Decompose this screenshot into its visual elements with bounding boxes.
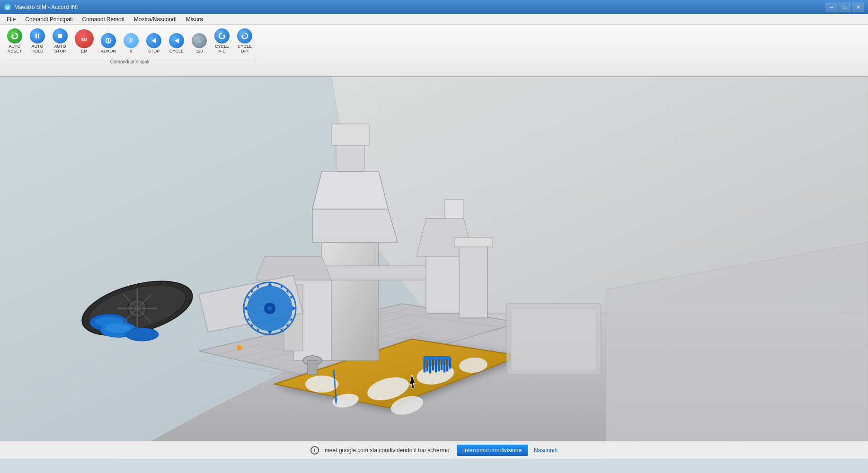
svg-rect-4 xyxy=(38,34,39,38)
stop-label: STOP xyxy=(148,49,159,54)
auto-reset-button[interactable]: AUTORESET xyxy=(4,26,26,56)
svg-rect-128 xyxy=(424,356,450,359)
titlebar-controls: ─ □ ✕ xyxy=(825,2,864,12)
svg-rect-118 xyxy=(424,358,425,372)
auto-stop-icon xyxy=(53,28,68,44)
svg-marker-68 xyxy=(312,209,398,242)
svg-rect-71 xyxy=(331,124,369,145)
em-button[interactable]: EM EM xyxy=(72,27,97,56)
cycle-dh-label: CYCLED-H xyxy=(238,44,252,54)
nascondi-button[interactable]: Nascondi xyxy=(534,447,558,454)
svg-rect-119 xyxy=(426,358,428,371)
menu-comandi-principali[interactable]: Comandi Principali xyxy=(20,14,77,25)
auto-stop-label: AUTOSTOP xyxy=(54,44,66,54)
svg-rect-123 xyxy=(438,358,440,371)
cycle-dh-button[interactable]: CYCLED-H xyxy=(234,26,256,56)
pause-icon: // xyxy=(124,33,139,48)
svg-marker-14 xyxy=(223,35,225,37)
window-title: Maestro SIM - Accord INT xyxy=(14,4,80,10)
ribbon: AUTORESET AUTOHOLD AUTOSTOP EM xyxy=(0,25,868,77)
auto-stop-button[interactable]: AUTOSTOP xyxy=(49,26,71,56)
cycle-icon xyxy=(169,33,184,48)
viewport: i meet.google.com sta condividendo il tu… xyxy=(0,77,868,459)
cycle-ae-icon xyxy=(214,28,230,44)
svg-marker-12 xyxy=(175,38,179,43)
auxon-icon xyxy=(101,33,116,48)
minimize-button[interactable]: ─ xyxy=(825,2,838,12)
cycle-ae-button[interactable]: CYCLEA-E xyxy=(211,26,233,56)
svg-rect-122 xyxy=(435,358,437,372)
svg-marker-10 xyxy=(152,38,155,43)
auto-hold-button[interactable]: AUTOHOLD xyxy=(27,26,48,56)
close-button[interactable]: ✕ xyxy=(852,2,864,12)
menu-comandi-remoti[interactable]: Comandi Remoti xyxy=(77,14,129,25)
cycle-dh-icon xyxy=(237,28,252,44)
stop-button[interactable]: STOP xyxy=(143,31,165,56)
svg-point-61 xyxy=(305,376,338,393)
notification-icon: i xyxy=(310,446,319,455)
120-button[interactable]: → 120 xyxy=(188,31,210,56)
em-label: EM xyxy=(81,49,88,54)
svg-marker-69 xyxy=(312,171,388,209)
svg-rect-134 xyxy=(239,345,242,350)
scene: i meet.google.com sta condividendo il tu… xyxy=(0,77,868,459)
maximize-button[interactable]: □ xyxy=(839,2,851,12)
svg-rect-120 xyxy=(429,358,431,373)
auxon-label: AUXON xyxy=(101,49,116,54)
svg-point-110 xyxy=(105,324,132,333)
120-icon: → xyxy=(192,33,207,48)
cycle-ae-label: CYCLEA-E xyxy=(215,44,229,54)
svg-rect-80 xyxy=(454,237,492,247)
svg-rect-125 xyxy=(443,358,445,372)
notification-bar: i meet.google.com sta condividendo il tu… xyxy=(0,441,868,459)
svg-rect-121 xyxy=(432,358,434,370)
svg-point-103 xyxy=(267,306,272,311)
svg-text:EM: EM xyxy=(81,37,87,42)
svg-text://: // xyxy=(130,37,133,44)
menu-file[interactable]: File xyxy=(2,14,20,25)
em-icon: EM xyxy=(75,29,94,48)
ribbon-buttons: AUTORESET AUTOHOLD AUTOSTOP EM xyxy=(4,26,256,58)
cycle-button[interactable]: CYCLE xyxy=(166,31,187,56)
cycle-label: CYCLE xyxy=(169,49,184,54)
svg-rect-75 xyxy=(308,360,317,375)
app-icon: M xyxy=(4,3,11,11)
notification-text: meet.google.com sta condividendo il tuo … xyxy=(325,447,451,454)
svg-text:M: M xyxy=(6,5,9,10)
120-label: 120 xyxy=(195,49,203,54)
svg-marker-15 xyxy=(242,35,244,37)
interrompi-condivisione-button[interactable]: Interrompi condivisione xyxy=(457,445,528,456)
svg-rect-124 xyxy=(441,358,443,370)
menu-misura[interactable]: Misura xyxy=(181,14,208,25)
svg-rect-127 xyxy=(449,358,451,368)
pause-label: // xyxy=(130,49,132,54)
svg-marker-2 xyxy=(12,34,14,36)
auto-reset-icon xyxy=(7,28,22,44)
titlebar: M Maestro SIM - Accord INT ─ □ ✕ xyxy=(0,0,868,14)
stop-icon xyxy=(146,33,161,48)
svg-rect-11 xyxy=(155,38,156,43)
ribbon-group: AUTORESET AUTOHOLD AUTOSTOP EM xyxy=(4,26,256,65)
svg-rect-126 xyxy=(446,358,448,371)
svg-rect-79 xyxy=(459,242,487,318)
menubar: File Comandi Principali Comandi Remoti M… xyxy=(0,14,868,25)
titlebar-left: M Maestro SIM - Accord INT xyxy=(4,3,80,11)
svg-rect-70 xyxy=(336,143,364,171)
pause-button[interactable]: // // xyxy=(120,31,142,56)
svg-text:→: → xyxy=(197,39,202,44)
svg-rect-3 xyxy=(35,34,37,38)
ribbon-group-label: Comandi principali xyxy=(4,58,256,65)
scene-svg xyxy=(0,77,868,459)
auto-reset-label: AUTORESET xyxy=(8,44,22,54)
auxon-button[interactable]: AUXON xyxy=(97,31,119,56)
svg-rect-132 xyxy=(511,308,596,370)
auto-hold-label: AUTOHOLD xyxy=(31,44,43,54)
auto-hold-icon xyxy=(30,28,45,44)
menu-mostra-nascondi[interactable]: Mostra/Nascondi xyxy=(129,14,181,25)
svg-rect-5 xyxy=(58,34,62,38)
